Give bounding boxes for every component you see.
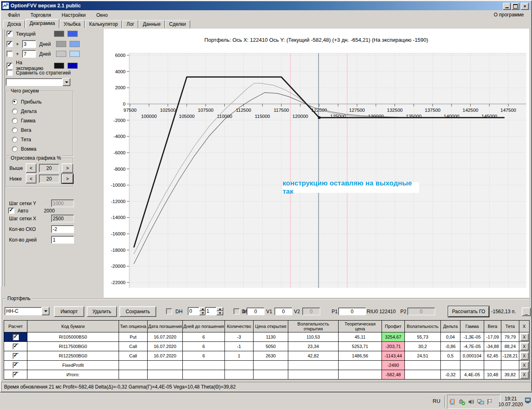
chevron-down-icon xyxy=(65,81,68,83)
dh-checkbox[interactable] xyxy=(166,308,172,314)
row-delete-button[interactable]: X xyxy=(520,333,529,341)
column-header[interactable]: Дата погашения xyxy=(148,321,183,332)
row-calc-checkbox[interactable] xyxy=(13,362,19,368)
usb-icon[interactable] xyxy=(458,398,465,405)
maximize-button[interactable] xyxy=(512,3,519,10)
layer-expiration-checkbox[interactable] xyxy=(7,63,13,69)
d-field[interactable]: 0 xyxy=(247,307,265,315)
tab-сделки[interactable]: Сделки xyxy=(165,20,190,28)
column-header[interactable]: X xyxy=(519,321,530,332)
menu-item-торговля[interactable]: Торговля xyxy=(25,11,56,19)
radio-option-вега[interactable]: Вега xyxy=(12,125,42,135)
tab-лог[interactable]: Лог xyxy=(122,20,138,28)
about-menu-item[interactable]: О программе xyxy=(494,12,524,18)
column-header[interactable]: Тип опциона xyxy=(119,321,148,332)
tab-диаграмма[interactable]: Диаграмма xyxy=(25,19,59,28)
import-button[interactable]: Импорт xyxy=(54,306,84,317)
table-cell xyxy=(441,361,460,370)
column-header[interactable]: Гамма xyxy=(460,321,484,332)
svg-text:107500: 107500 xyxy=(198,108,213,113)
layer-plus3-checkbox[interactable] xyxy=(7,41,13,47)
grid-x-input[interactable]: 2500 xyxy=(51,215,74,222)
days-input[interactable]: 3 xyxy=(22,40,36,48)
m-checkbox[interactable] xyxy=(233,308,240,314)
close-button[interactable]: × xyxy=(521,3,529,10)
column-header[interactable]: Дельта xyxy=(441,321,460,332)
column-header[interactable]: Код бумаги xyxy=(27,321,119,332)
column-header[interactable]: Волатильность открытия xyxy=(288,321,339,332)
column-header[interactable]: Волатильность xyxy=(405,321,441,332)
tab-доска[interactable]: Доска xyxy=(3,20,25,28)
row-delete-button[interactable]: X xyxy=(520,343,529,350)
compare-strategy-checkbox[interactable] xyxy=(7,70,13,76)
network-icon[interactable] xyxy=(477,398,484,405)
table-cell xyxy=(225,361,254,370)
column-header[interactable]: Количество xyxy=(225,321,254,332)
p1-field[interactable]: 0 xyxy=(338,307,366,315)
v1-field[interactable]: 0 xyxy=(274,307,292,315)
dh-spinner-1-value[interactable]: 0 xyxy=(188,307,199,315)
row-calc-checkbox[interactable] xyxy=(13,353,19,359)
radio-option-вомма[interactable]: Вомма xyxy=(12,144,42,154)
layer-plus7-checkbox[interactable] xyxy=(7,51,13,57)
column-header[interactable]: Теоретическая цена xyxy=(339,321,382,332)
below-decrease-button[interactable]: < xyxy=(26,174,36,183)
volume-icon[interactable] xyxy=(468,398,475,405)
row-delete-button[interactable]: X xyxy=(520,352,529,360)
spin-down-button[interactable] xyxy=(216,311,223,315)
tab-улыбка[interactable]: Улыбка xyxy=(60,20,85,28)
splitter-handle[interactable] xyxy=(3,29,5,287)
tab-данные[interactable]: Данные xyxy=(139,20,164,28)
below-value[interactable]: 20 xyxy=(39,174,59,183)
app-icon[interactable] xyxy=(449,398,456,405)
layer-current-checkbox[interactable] xyxy=(7,31,13,37)
combo-dropdown-button[interactable] xyxy=(42,307,49,315)
row-calc-checkbox[interactable] xyxy=(13,372,19,378)
dh-spinner-2-value[interactable]: 1 xyxy=(205,307,216,315)
show-desktop-button[interactable] xyxy=(525,397,531,406)
auto-checkbox[interactable] xyxy=(8,208,14,214)
days-count-input[interactable]: 1 xyxy=(51,236,74,244)
column-header[interactable]: Расчет xyxy=(4,321,27,332)
sko-input[interactable]: -2 xyxy=(51,225,74,233)
row-delete-button[interactable]: X xyxy=(520,362,529,369)
profit-chart[interactable]: -22000-20000-18000-16000-14000-12000-100… xyxy=(103,51,529,293)
menu-item-файл[interactable]: Файл xyxy=(2,11,25,19)
menu-item-настройки[interactable]: Настройки xyxy=(56,11,91,19)
below-increase-button[interactable]: > xyxy=(62,174,73,183)
row-calc-checkbox[interactable] xyxy=(13,334,19,340)
tab-калькулятор[interactable]: Калькулятор xyxy=(85,20,122,28)
radio-option-гамма[interactable]: Гамма xyxy=(12,116,42,125)
portfolio-combobox[interactable]: НН-С xyxy=(4,307,49,315)
language-indicator[interactable]: RU xyxy=(433,398,440,404)
column-header[interactable]: Тета xyxy=(501,321,519,332)
column-header[interactable]: Цена открытия xyxy=(254,321,288,332)
flag-icon[interactable] xyxy=(487,398,494,405)
row-calc-checkbox[interactable] xyxy=(13,343,19,350)
column-header[interactable]: Вега xyxy=(484,321,501,332)
row-delete-button[interactable]: X xyxy=(520,371,529,379)
radio-option-дельта[interactable]: Дельта xyxy=(12,106,42,116)
above-decrease-button[interactable]: < xyxy=(26,163,36,173)
minimize-button[interactable] xyxy=(503,3,511,10)
calculate-go-button[interactable]: Рассчитать ГО xyxy=(448,306,489,317)
radio-option-прибыль[interactable]: Прибыль xyxy=(12,97,42,106)
clock[interactable]: 19:21 10.07.2020 xyxy=(498,395,523,408)
dh-spinner-2[interactable]: 1 xyxy=(205,307,223,315)
delete-button[interactable]: Удалить xyxy=(87,306,117,317)
dh-spinner-1[interactable]: 0 xyxy=(188,307,206,315)
panel-minimize-button[interactable]: _ xyxy=(522,307,531,316)
column-header[interactable]: Профит xyxy=(382,321,405,332)
days-input[interactable]: 7 xyxy=(22,50,36,58)
title-bar[interactable]: OptionFVV версия 2.1 public × xyxy=(1,1,531,10)
combo-dropdown-button[interactable] xyxy=(63,78,70,86)
column-header[interactable]: Дней до погашения xyxy=(183,321,225,332)
save-button[interactable]: Сохранить xyxy=(119,306,156,317)
above-value[interactable]: 20 xyxy=(39,164,59,172)
menu-item-окно[interactable]: Окно xyxy=(91,11,113,19)
spin-up-button[interactable] xyxy=(216,307,223,311)
above-increase-button[interactable]: > xyxy=(62,163,73,173)
system-tray xyxy=(447,395,501,409)
radio-option-тета[interactable]: Тета xyxy=(12,135,42,144)
strategy-combobox[interactable] xyxy=(6,78,70,86)
